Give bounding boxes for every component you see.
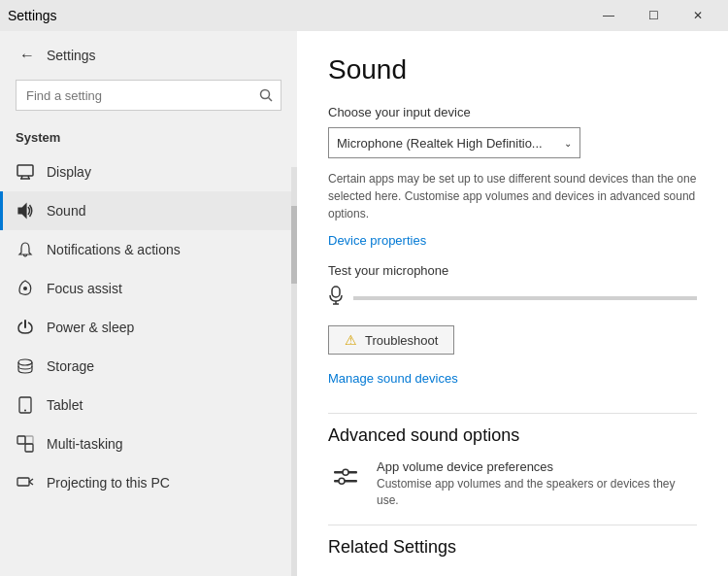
divider-2: [328, 525, 697, 525]
sidebar-item-multitasking[interactable]: Multi-tasking: [0, 424, 297, 463]
sidebar-item-projecting[interactable]: Projecting to this PC: [0, 463, 297, 502]
sidebar-item-notifications[interactable]: Notifications & actions: [0, 230, 297, 269]
svg-line-1: [269, 98, 273, 102]
page-title: Sound: [328, 54, 697, 85]
sidebar-item-sound[interactable]: Sound: [0, 191, 297, 230]
microphone-icon: [328, 286, 344, 310]
svg-point-0: [261, 90, 270, 99]
svg-marker-6: [18, 204, 26, 218]
svg-rect-14: [17, 478, 29, 486]
sidebar: ← Settings System Display: [0, 31, 297, 576]
advanced-item-text: App volume device preferences Customise …: [377, 459, 697, 509]
sidebar-item-notifications-label: Notifications & actions: [47, 242, 181, 257]
input-device-label: Choose your input device: [328, 105, 697, 119]
system-label: System: [0, 122, 297, 152]
sidebar-item-power-label: Power & sleep: [47, 320, 134, 335]
troubleshoot-label: Troubleshoot: [365, 333, 438, 348]
advanced-item-title: App volume device preferences: [377, 459, 697, 474]
svg-point-7: [23, 287, 27, 290]
sidebar-item-storage-label: Storage: [47, 358, 94, 374]
sidebar-item-focus[interactable]: Focus assist: [0, 269, 297, 308]
advanced-sound-title: Advanced sound options: [328, 425, 697, 446]
warning-icon: ⚠: [345, 332, 357, 348]
app-title-label: Settings: [8, 8, 57, 23]
svg-rect-11: [17, 436, 25, 444]
advanced-item-appvolume: App volume device preferences Customise …: [328, 459, 697, 509]
scrollbar-thumb[interactable]: [291, 206, 297, 284]
svg-rect-12: [25, 444, 33, 452]
microphone-level-bar: [353, 296, 697, 300]
sidebar-app-title: Settings: [47, 48, 96, 63]
mic-test-row: [328, 286, 697, 310]
main-content: Sound Choose your input device Microphon…: [297, 31, 728, 576]
tablet-icon: [16, 395, 35, 415]
nav-list: Display Sound Notifications & actions: [0, 152, 297, 576]
svg-rect-2: [17, 165, 33, 176]
device-properties-link[interactable]: Device properties: [328, 233, 426, 248]
dropdown-value: Microphone (Realtek High Definitio...: [337, 136, 543, 151]
svg-point-22: [343, 469, 348, 475]
input-device-dropdown[interactable]: Microphone (Realtek High Definitio... ⌄: [328, 127, 580, 158]
power-icon: [16, 318, 35, 337]
title-bar: Settings — ☐ ✕: [0, 0, 728, 31]
search-button[interactable]: [250, 80, 281, 111]
sound-icon: [16, 201, 35, 220]
svg-point-8: [18, 359, 32, 365]
sidebar-item-focus-label: Focus assist: [47, 281, 122, 296]
search-input[interactable]: [16, 80, 281, 111]
minimize-button[interactable]: —: [586, 0, 631, 31]
title-bar-left: Settings: [8, 8, 57, 23]
divider-1: [328, 413, 697, 414]
display-icon: [16, 162, 35, 182]
advanced-item-desc: Customise app volumes and the speakers o…: [377, 476, 697, 509]
svg-point-10: [24, 410, 26, 412]
search-box-container: [16, 80, 281, 111]
test-mic-label: Test your microphone: [328, 263, 697, 278]
app-volume-icon: [328, 459, 363, 494]
back-button[interactable]: ←: [16, 43, 39, 68]
multitasking-icon: [16, 434, 35, 454]
sidebar-header: ← Settings: [0, 31, 297, 80]
sidebar-item-tablet[interactable]: Tablet: [0, 386, 297, 424]
chevron-down-icon: ⌄: [564, 138, 572, 149]
sidebar-item-projecting-label: Projecting to this PC: [47, 475, 170, 491]
svg-point-25: [339, 478, 345, 484]
svg-rect-24: [344, 480, 357, 483]
close-button[interactable]: ✕: [676, 0, 720, 31]
maximize-button[interactable]: ☐: [631, 0, 676, 31]
sidebar-item-display-label: Display: [47, 164, 91, 180]
sidebar-item-tablet-label: Tablet: [47, 397, 83, 413]
projecting-icon: [16, 473, 35, 492]
sidebar-item-sound-label: Sound: [47, 203, 85, 219]
scrollbar-track[interactable]: [291, 167, 297, 576]
app-container: ← Settings System Display: [0, 31, 728, 576]
svg-rect-13: [25, 436, 33, 444]
input-info-text: Certain apps may be set up to use differ…: [328, 170, 697, 222]
troubleshoot-button[interactable]: ⚠ Troubleshoot: [328, 325, 454, 355]
storage-icon: [16, 356, 35, 376]
focus-icon: [16, 279, 35, 298]
search-icon: [259, 88, 273, 102]
window-controls: — ☐ ✕: [586, 0, 720, 31]
related-settings-title: Related Settings: [328, 537, 697, 558]
sidebar-item-multitasking-label: Multi-tasking: [47, 436, 123, 452]
sidebar-item-storage[interactable]: Storage: [0, 347, 297, 386]
manage-sound-devices-link[interactable]: Manage sound devices: [328, 371, 458, 386]
svg-rect-17: [332, 287, 340, 297]
notifications-icon: [16, 240, 35, 259]
sidebar-item-power[interactable]: Power & sleep: [0, 308, 297, 347]
sidebar-item-display[interactable]: Display: [0, 152, 297, 191]
